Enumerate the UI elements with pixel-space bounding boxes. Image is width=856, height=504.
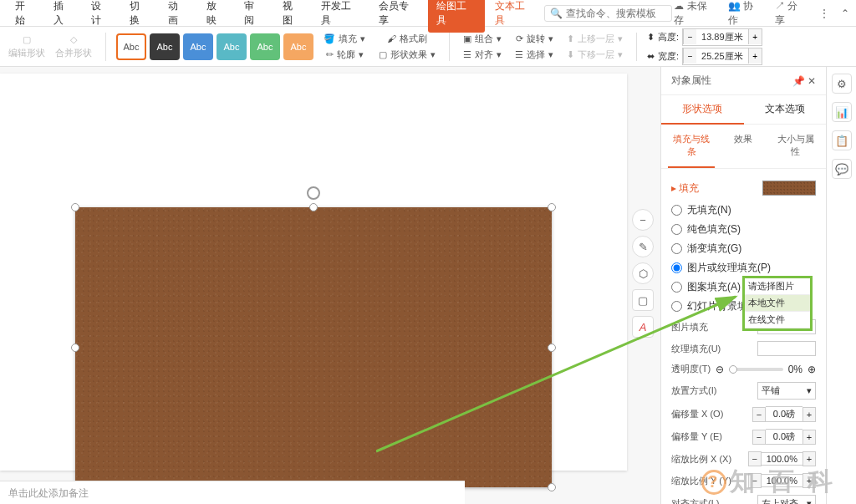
handle-top[interactable] xyxy=(309,203,318,211)
style-swatches: Abc Abc Abc Abc Abc Abc xyxy=(116,33,313,60)
current-texture-swatch[interactable] xyxy=(762,181,816,196)
transparency-value: 0% xyxy=(788,364,802,375)
slide[interactable] xyxy=(0,74,627,471)
radio-solid-fill[interactable]: 纯色填充(S) xyxy=(671,220,816,239)
selected-shape[interactable] xyxy=(75,207,552,487)
radio-picture-fill[interactable]: 图片或纹理填充(P) xyxy=(671,258,816,277)
tab-text-tools[interactable]: 文本工具 xyxy=(487,0,543,33)
tab-shape-options[interactable]: 形状选项 xyxy=(661,95,744,125)
swatch-5[interactable]: Abc xyxy=(250,33,280,60)
tab-view[interactable]: 视图 xyxy=(274,0,311,33)
move-up-button[interactable]: ⬆ 上移一层 ▾ xyxy=(563,32,626,46)
watermark: ? 知 百 科 xyxy=(701,465,836,499)
swatch-1[interactable]: Abc xyxy=(116,33,146,60)
handle-top-right[interactable] xyxy=(548,203,556,211)
handle-bottom-right[interactable] xyxy=(548,483,556,491)
search-input[interactable] xyxy=(566,8,666,19)
align-button[interactable]: ☰ 对齐 ▾ xyxy=(460,48,505,62)
width-field[interactable]: ⬌宽度: −25.25厘米+ xyxy=(647,48,762,65)
zoom-out-icon[interactable]: − xyxy=(632,209,654,231)
text-tool-icon[interactable]: A xyxy=(632,316,654,338)
tab-devtools[interactable]: 开发工具 xyxy=(313,0,369,33)
height-field[interactable]: ⬍高度: −13.89厘米+ xyxy=(647,28,762,46)
swatch-3[interactable]: Abc xyxy=(183,33,213,60)
tab-review[interactable]: 审阅 xyxy=(236,0,273,33)
move-down-button[interactable]: ⬇ 下移一层 ▾ xyxy=(563,48,626,62)
rect-tool-icon[interactable]: ▢ xyxy=(632,289,654,311)
annotation-opt-2[interactable]: 本地文件 xyxy=(745,295,810,312)
subtab-size[interactable]: 大小与属性 xyxy=(772,125,819,168)
menubar: 开始 插入 设计 切换 动画 放映 审阅 视图 开发工具 会员专享 绘图工具 文… xyxy=(0,0,856,27)
unsaved-indicator[interactable]: ☁ 未保存 xyxy=(674,0,716,28)
tab-start[interactable]: 开始 xyxy=(7,0,43,33)
annotation-opt-3[interactable]: 在线文件 xyxy=(745,312,810,328)
shape-effects-button[interactable]: ▢ 形状效果 ▾ xyxy=(375,48,439,62)
more-icon[interactable]: ⋮ xyxy=(819,8,829,19)
expand-icon[interactable]: ⌃ xyxy=(841,8,849,19)
tab-animation[interactable]: 动画 xyxy=(160,0,196,33)
offsety-input[interactable]: −0.0磅+ xyxy=(752,429,816,445)
handle-left[interactable] xyxy=(71,344,79,352)
texture-fill-label: 纹理填充(U) xyxy=(671,343,721,355)
floating-toolbar: − ✎ ⬡ ▢ A xyxy=(632,209,654,338)
scalex-label: 缩放比例 X (X) xyxy=(671,453,731,466)
combine-button[interactable]: ▣ 组合 ▾ xyxy=(460,32,505,46)
texture-rectangle[interactable] xyxy=(75,207,552,487)
notes-placeholder[interactable]: 单击此处添加备注 xyxy=(0,481,465,504)
transparency-slider[interactable] xyxy=(729,368,783,371)
pin-icon[interactable]: 📌 xyxy=(792,75,805,87)
tab-member[interactable]: 会员专享 xyxy=(370,0,426,33)
subtab-fill-line[interactable]: 填充与线条 xyxy=(668,125,715,168)
swatch-4[interactable]: Abc xyxy=(217,33,247,60)
radio-gradient-fill[interactable]: 渐变填充(G) xyxy=(671,239,816,258)
annotation-opt-1[interactable]: 请选择图片 xyxy=(745,278,810,295)
canvas-area[interactable]: − ✎ ⬡ ▢ A 单击此处添加备注 xyxy=(0,67,660,504)
format-painter-button[interactable]: 🖌 格式刷 xyxy=(384,32,431,46)
merge-shape-button[interactable]: ◇合并形状 xyxy=(52,33,95,61)
annotation-dropdown: 请选择图片 本地文件 在线文件 xyxy=(742,276,813,331)
offsety-label: 偏移量 Y (E) xyxy=(671,430,722,443)
radio-no-fill[interactable]: 无填充(N) xyxy=(671,201,816,220)
offsetx-input[interactable]: −0.0磅+ xyxy=(752,406,816,422)
rotate-handle[interactable] xyxy=(307,186,320,200)
placement-label: 放置方式(I) xyxy=(671,384,716,397)
close-icon[interactable]: ✕ xyxy=(808,75,816,87)
tab-insert[interactable]: 插入 xyxy=(45,0,82,33)
swatch-2[interactable]: Abc xyxy=(150,33,180,60)
tab-design[interactable]: 设计 xyxy=(83,0,120,33)
outline-button[interactable]: ✏ 轮廓 ▾ xyxy=(323,48,367,62)
fill-button[interactable]: 🪣 填充 ▾ xyxy=(320,32,369,46)
coop-button[interactable]: 👥 协作 xyxy=(728,0,763,28)
transparency-label: 透明度(T) xyxy=(671,363,711,375)
texture-fill-select[interactable] xyxy=(757,341,816,356)
tab-drawing-tools[interactable]: 绘图工具 xyxy=(428,0,484,33)
search-icon: 🔍 xyxy=(550,8,563,19)
ribbon-toolbar: ▢编辑形状 ◇合并形状 Abc Abc Abc Abc Abc Abc 🪣 填充… xyxy=(0,27,856,67)
workspace: − ✎ ⬡ ▢ A 单击此处添加备注 对象属性 📌 ✕ 形状选项 文本选项 填充… xyxy=(0,67,856,504)
edit-shape-button[interactable]: ▢编辑形状 xyxy=(5,33,48,61)
rail-chart-icon[interactable]: 📊 xyxy=(832,102,852,122)
tab-text-options[interactable]: 文本选项 xyxy=(744,95,827,125)
pen-icon[interactable]: ✎ xyxy=(632,236,654,257)
rail-settings-icon[interactable]: ⚙ xyxy=(832,74,852,94)
handle-top-left[interactable] xyxy=(71,203,79,211)
watermark-icon: ? xyxy=(701,470,726,495)
panel-title: 对象属性 xyxy=(671,74,711,88)
select-button[interactable]: ☰ 选择 ▾ xyxy=(512,48,557,62)
command-search[interactable]: 🔍 xyxy=(544,5,672,22)
picture-fill-label: 图片填充 xyxy=(671,321,708,333)
swatch-6[interactable]: Abc xyxy=(283,33,313,60)
share-button[interactable]: ↗ 分享 xyxy=(775,0,808,28)
placement-select[interactable]: 平铺▾ xyxy=(757,382,816,400)
right-rail: ⚙ 📊 📋 💬 xyxy=(826,67,856,504)
rail-clipboard-icon[interactable]: 📋 xyxy=(832,130,852,150)
subtab-effects[interactable]: 效果 xyxy=(720,125,767,168)
handle-right[interactable] xyxy=(548,344,556,352)
tab-slideshow[interactable]: 放映 xyxy=(198,0,235,33)
tab-transition[interactable]: 切换 xyxy=(121,0,158,33)
section-fill-header[interactable]: 填充 xyxy=(679,182,699,194)
eyedropper-icon[interactable]: ⬡ xyxy=(632,262,654,284)
rotate-button[interactable]: ⟳ 旋转 ▾ xyxy=(512,32,557,46)
rail-comment-icon[interactable]: 💬 xyxy=(832,159,852,179)
offsetx-label: 偏移量 X (O) xyxy=(671,408,723,420)
